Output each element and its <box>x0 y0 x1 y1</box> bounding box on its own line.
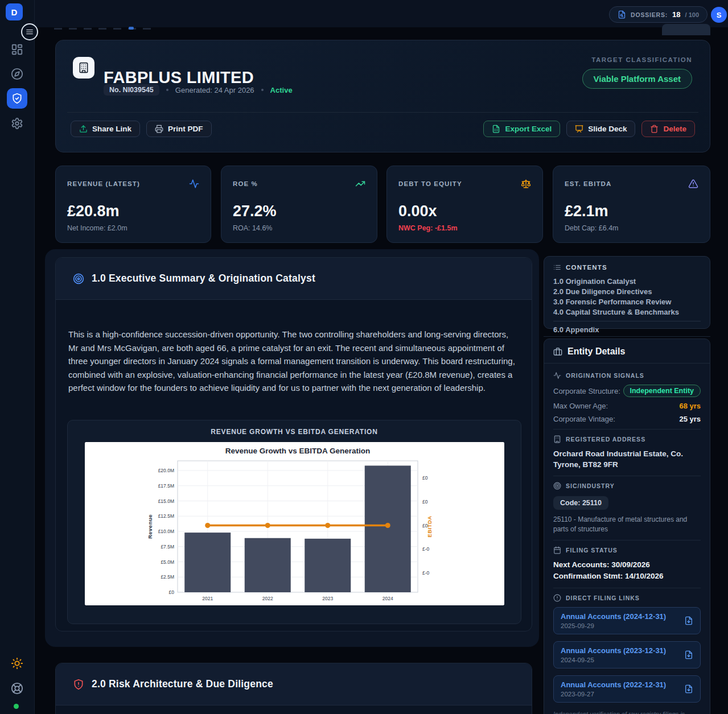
sic-industry-header: SIC/INDUSTRY <box>553 482 701 490</box>
filing-link-2023[interactable]: Annual Accounts (2023-12-31) 2024-09-25 <box>553 641 701 668</box>
svg-text:£2.5M: £2.5M <box>161 574 174 580</box>
help-button[interactable] <box>11 682 23 695</box>
independent-entity-pill: Independent Entity <box>623 385 701 397</box>
section-header: 1.0 Executive Summary & Origination Cata… <box>56 258 532 300</box>
dossiers-quota-badge[interactable]: DOSSIERS: 18 / 100 <box>609 6 708 23</box>
section-header: 2.0 Risk Architecture & Due Diligence <box>56 663 532 705</box>
alert-circle-icon <box>553 594 561 602</box>
divider <box>553 588 701 588</box>
kpi-subtext: Net Income: £2.0m <box>67 224 199 232</box>
app-logo[interactable]: D <box>6 3 23 20</box>
svg-text:£17.5M: £17.5M <box>158 483 174 489</box>
meta-separator-dot <box>261 89 264 91</box>
share-link-button[interactable]: Share Link <box>71 121 140 137</box>
export-excel-button[interactable]: Export Excel <box>483 121 560 137</box>
kpi-title: REVENUE (LATEST) <box>67 180 140 187</box>
online-status-dot <box>14 704 19 709</box>
meta-separator-dot <box>166 89 168 91</box>
avatar[interactable]: S <box>711 7 727 23</box>
contents-heading: CONTENTS <box>566 264 607 271</box>
chart-panel: REVENUE GROWTH VS EBITDA GENERATION £0£2… <box>67 420 521 624</box>
kpi-card-debt-to-equity: DEBT TO EQUITY 0.00x NWC Peg: -£1.5m <box>386 166 543 243</box>
scales-icon <box>521 179 531 189</box>
printer-icon <box>155 125 163 133</box>
kpi-value: 27.2% <box>233 203 365 220</box>
svg-text:£12.5M: £12.5M <box>158 513 174 519</box>
toc-item-4[interactable]: 4.0 Capital Structure & Benchmarks <box>553 307 701 317</box>
kpi-subtext-negative: NWC Peg: -£1.5m <box>398 224 531 232</box>
dossier-app: D DOSSIERS: 18 / 100 S <box>0 0 728 714</box>
company-building-icon <box>73 57 94 79</box>
presentation-icon <box>575 125 583 133</box>
kpi-value: £20.8m <box>67 203 199 220</box>
sidebar-toggle-button[interactable] <box>21 23 38 40</box>
svg-text:2021: 2021 <box>202 596 213 601</box>
activity-icon <box>189 179 199 189</box>
signal-value: 25 yrs <box>679 415 701 423</box>
svg-text:£-0: £-0 <box>422 570 430 576</box>
sidebar-item-dashboard[interactable] <box>11 43 23 56</box>
delete-button[interactable]: Delete <box>641 121 695 137</box>
kpi-card-revenue: REVENUE (LATEST) £20.8m Net Income: £2.0… <box>55 166 211 243</box>
svg-text:£20.0M: £20.0M <box>158 468 174 473</box>
registered-address-header: REGISTERED ADDRESS <box>553 435 701 443</box>
toc-item-appendix[interactable]: 6.0 Appendix <box>553 325 701 335</box>
trash-icon <box>650 125 659 133</box>
kpi-title: DEBT TO EQUITY <box>398 180 462 187</box>
sidebar-item-settings[interactable] <box>11 117 23 130</box>
filing-link-date: 2025-09-29 <box>561 622 666 629</box>
svg-text:£0: £0 <box>422 499 428 505</box>
app-sidebar: D <box>0 0 35 714</box>
theme-toggle[interactable] <box>11 657 23 670</box>
sidebar-item-dossiers-active[interactable] <box>7 88 27 109</box>
life-buoy-icon <box>11 682 23 695</box>
filing-link-2024[interactable]: Annual Accounts (2024-12-31) 2025-09-29 <box>553 607 701 634</box>
classification-label: TARGET CLASSIFICATION <box>591 56 692 63</box>
action-group-left: Share Link Print PDF <box>71 121 212 137</box>
filing-link-2022[interactable]: Annual Accounts (2022-12-31) 2023-09-27 <box>553 675 701 703</box>
svg-text:£0: £0 <box>422 475 428 481</box>
entity-details-header: Entity Details <box>544 339 710 364</box>
compass-icon <box>11 68 23 80</box>
print-pdf-button[interactable]: Print PDF <box>146 121 212 137</box>
signal-row-owner-age: Max Owner Age: 68 yrs <box>553 402 701 410</box>
contents-panel: CONTENTS 1.0 Origination Catalyst 2.0 Du… <box>544 256 710 329</box>
kpi-value: £2.1m <box>565 203 698 220</box>
entity-details-panel: Entity Details ORIGINATION SIGNALS Corpo… <box>544 339 710 714</box>
spreadsheet-icon <box>492 125 500 133</box>
gear-icon <box>11 117 23 130</box>
kpi-card-ebitda: EST. EBITDA £2.1m Debt Cap: £6.4m <box>553 166 710 243</box>
signal-row-vintage: Corporate Vintage: 25 yrs <box>553 415 701 423</box>
file-download-icon <box>684 684 693 694</box>
toc-item-3[interactable]: 3.0 Forensic Performance Review <box>553 297 701 307</box>
toc-item-2[interactable]: 2.0 Due Diligence Directives <box>553 287 701 297</box>
target-rings-icon <box>553 482 561 490</box>
executive-summary-paragraph: This is a high-confidence succession-dri… <box>68 328 516 395</box>
confirmation-statement-date: Confirmation Stmt: 14/10/2026 <box>553 571 701 582</box>
contents-header: CONTENTS <box>553 263 701 271</box>
shield-check-icon <box>11 93 23 104</box>
breadcrumb-icon-fragment <box>129 27 134 30</box>
divider <box>553 540 701 540</box>
entity-details-body: ORIGINATION SIGNALS Corporate Structure:… <box>544 364 710 714</box>
sidebar-item-explore[interactable] <box>11 68 23 80</box>
filing-link-date: 2024-09-25 <box>561 657 666 663</box>
kpi-subtext: Debt Cap: £6.4m <box>565 224 698 232</box>
slide-deck-button[interactable]: Slide Deck <box>566 121 635 137</box>
file-download-icon <box>684 650 693 659</box>
kpi-card-roe: ROE % 27.2% ROA: 14.6% <box>221 166 377 243</box>
action-group-right: Export Excel Slide Deck Delete <box>483 121 695 137</box>
generated-date: Generated: 24 Apr 2026 <box>175 86 254 94</box>
hamburger-icon <box>26 28 34 36</box>
svg-text:2024: 2024 <box>382 596 393 601</box>
building-icon <box>553 435 561 443</box>
topbar: DOSSIERS: 18 / 100 S <box>34 0 728 27</box>
filing-link-date: 2023-09-27 <box>561 691 666 698</box>
file-search-icon <box>618 10 626 19</box>
direct-filing-links-header: DIRECT FILING LINKS <box>553 594 701 602</box>
svg-text:Revenue: Revenue <box>147 514 153 539</box>
classification-pill[interactable]: Viable Platform Asset <box>582 69 692 89</box>
calendar-icon <box>553 546 561 554</box>
toc-item-1[interactable]: 1.0 Origination Catalyst <box>553 276 701 287</box>
svg-text:£5.0M: £5.0M <box>161 559 174 565</box>
